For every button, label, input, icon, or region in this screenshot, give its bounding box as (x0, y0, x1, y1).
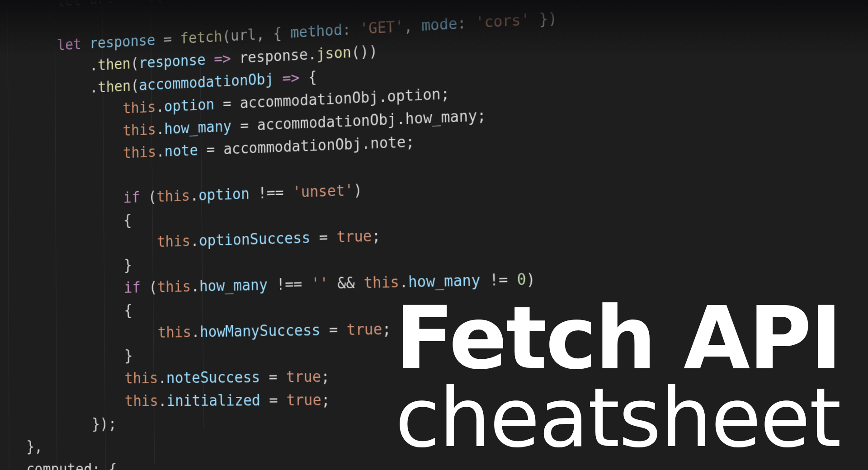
code-editor[interactable]: 81 option: function(oldVal, newVal){ thi… (0, 0, 868, 470)
code-line[interactable]: 104 }); (0, 409, 868, 435)
code-text[interactable]: }, (0, 438, 42, 455)
code-text[interactable]: }); (0, 415, 117, 432)
code-line[interactable]: 105 }, (0, 434, 868, 460)
code-text[interactable]: this.howManySuccess = true; (0, 320, 391, 343)
editor-scene: M on.vue vue M M 81 option: function(old… (0, 0, 868, 470)
code-line[interactable]: 106 computed: { (0, 457, 868, 470)
viewport: M on.vue vue M M 81 option: function(old… (0, 0, 868, 470)
code-text[interactable]: } (0, 347, 133, 366)
code-text[interactable]: computed: { (0, 461, 117, 470)
code-text[interactable]: } (0, 257, 132, 277)
code-text[interactable]: { (0, 302, 132, 321)
code-text[interactable]: this.noteSuccess = true; (0, 368, 330, 388)
code-text[interactable]: { (0, 212, 132, 233)
code-text[interactable]: this.initialized = true; (0, 391, 330, 410)
